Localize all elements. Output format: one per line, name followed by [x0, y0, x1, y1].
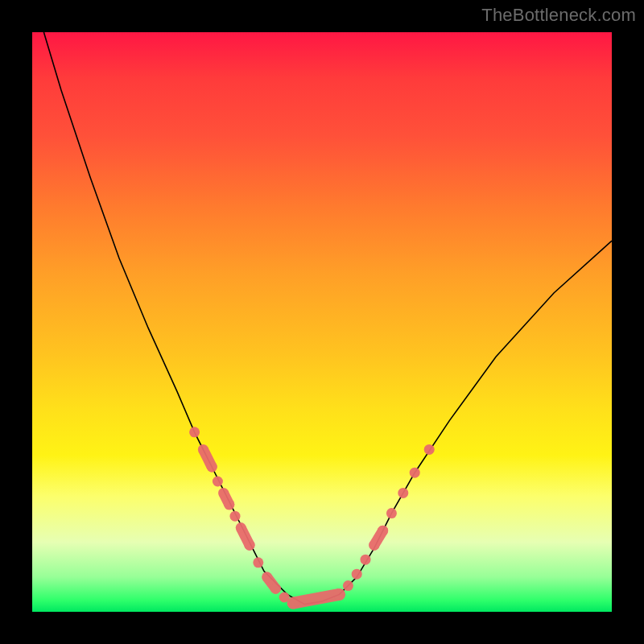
svg-point-31 [378, 526, 388, 536]
svg-point-34 [410, 468, 420, 478]
svg-point-7 [218, 488, 229, 498]
svg-point-24 [343, 580, 353, 591]
svg-point-14 [245, 540, 255, 551]
svg-point-32 [386, 508, 397, 518]
plot-area [32, 32, 612, 612]
curve-line [43, 32, 612, 605]
svg-point-19 [270, 584, 281, 594]
svg-point-25 [352, 569, 362, 580]
svg-point-5 [213, 477, 223, 487]
svg-point-30 [369, 540, 379, 551]
svg-point-15 [253, 557, 263, 568]
watermark-text: TheBottleneck.com [481, 5, 636, 26]
curve-svg [32, 32, 612, 612]
svg-point-26 [361, 555, 371, 565]
svg-rect-21 [292, 588, 341, 609]
svg-point-33 [398, 488, 408, 498]
svg-point-10 [230, 511, 241, 522]
svg-point-22 [287, 597, 299, 609]
bead-markers [189, 427, 435, 609]
svg-point-2 [198, 444, 208, 455]
chart-frame: TheBottleneck.com [0, 0, 644, 644]
svg-point-0 [189, 427, 200, 437]
svg-point-17 [262, 572, 272, 582]
svg-point-9 [224, 499, 234, 510]
svg-point-12 [236, 522, 246, 533]
svg-point-35 [424, 444, 435, 455]
svg-point-23 [333, 588, 345, 601]
svg-point-4 [207, 462, 217, 473]
